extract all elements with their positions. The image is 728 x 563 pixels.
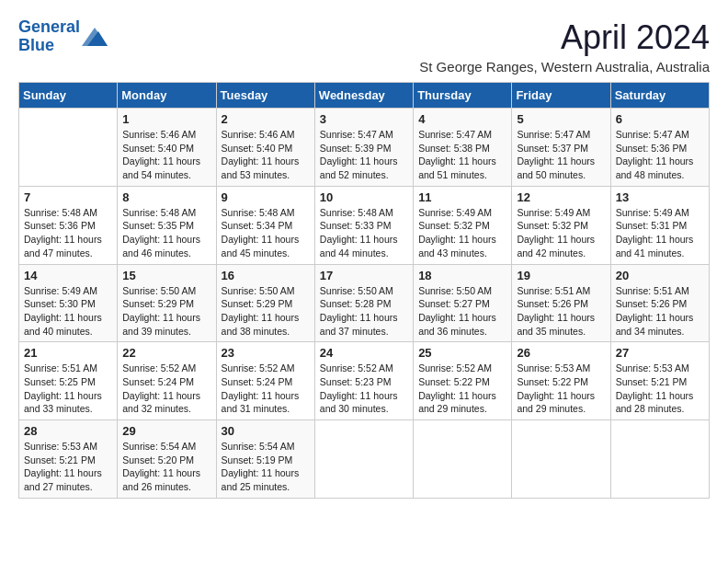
day-info: Sunrise: 5:52 AM Sunset: 5:24 PM Dayligh…	[122, 362, 210, 416]
day-info: Sunrise: 5:52 AM Sunset: 5:22 PM Dayligh…	[418, 362, 506, 416]
day-info: Sunrise: 5:46 AM Sunset: 5:40 PM Dayligh…	[222, 128, 310, 182]
day-info: Sunrise: 5:47 AM Sunset: 5:37 PM Dayligh…	[517, 128, 605, 182]
logo: GeneralBlue	[18, 18, 108, 55]
day-info: Sunrise: 5:46 AM Sunset: 5:40 PM Dayligh…	[122, 128, 210, 182]
calendar-cell: 27Sunrise: 5:53 AM Sunset: 5:21 PM Dayli…	[610, 342, 709, 420]
calendar-cell: 17Sunrise: 5:50 AM Sunset: 5:28 PM Dayli…	[314, 264, 413, 342]
page-header: GeneralBlue April 2024 St George Ranges,…	[18, 18, 710, 75]
calendar-cell: 9Sunrise: 5:48 AM Sunset: 5:34 PM Daylig…	[216, 186, 314, 264]
calendar-cell: 29Sunrise: 5:54 AM Sunset: 5:20 PM Dayli…	[118, 420, 216, 499]
day-number: 10	[320, 190, 408, 204]
day-info: Sunrise: 5:48 AM Sunset: 5:35 PM Dayligh…	[122, 206, 210, 260]
day-number: 29	[122, 424, 210, 438]
calendar-cell: 11Sunrise: 5:49 AM Sunset: 5:32 PM Dayli…	[414, 186, 512, 264]
day-info: Sunrise: 5:52 AM Sunset: 5:24 PM Dayligh…	[222, 362, 310, 416]
calendar-title: April 2024	[419, 18, 710, 57]
day-number: 13	[616, 190, 704, 204]
calendar-cell: 5Sunrise: 5:47 AM Sunset: 5:37 PM Daylig…	[512, 109, 610, 187]
column-header-sunday: Sunday	[19, 83, 118, 109]
column-header-friday: Friday	[512, 83, 610, 109]
day-number: 20	[616, 269, 704, 282]
calendar-cell: 15Sunrise: 5:50 AM Sunset: 5:29 PM Dayli…	[118, 264, 216, 342]
calendar-cell: 12Sunrise: 5:49 AM Sunset: 5:32 PM Dayli…	[512, 186, 610, 264]
day-info: Sunrise: 5:47 AM Sunset: 5:38 PM Dayligh…	[418, 128, 506, 182]
day-number: 3	[320, 112, 408, 126]
day-info: Sunrise: 5:54 AM Sunset: 5:20 PM Dayligh…	[122, 440, 210, 494]
week-row-4: 21Sunrise: 5:51 AM Sunset: 5:25 PM Dayli…	[19, 342, 710, 420]
calendar-cell	[610, 420, 709, 499]
calendar-subtitle: St George Ranges, Western Australia, Aus…	[419, 59, 710, 75]
column-header-wednesday: Wednesday	[314, 83, 413, 109]
column-header-saturday: Saturday	[610, 83, 709, 109]
day-number: 27	[616, 346, 704, 360]
day-number: 14	[24, 269, 112, 282]
week-row-5: 28Sunrise: 5:53 AM Sunset: 5:21 PM Dayli…	[19, 420, 710, 499]
calendar-table: SundayMondayTuesdayWednesdayThursdayFrid…	[18, 82, 710, 499]
day-info: Sunrise: 5:53 AM Sunset: 5:21 PM Dayligh…	[616, 362, 704, 416]
calendar-cell: 8Sunrise: 5:48 AM Sunset: 5:35 PM Daylig…	[118, 186, 216, 264]
calendar-cell	[314, 420, 413, 499]
day-number: 1	[122, 112, 210, 126]
day-number: 9	[222, 190, 310, 204]
day-info: Sunrise: 5:47 AM Sunset: 5:36 PM Dayligh…	[616, 128, 704, 182]
calendar-cell: 14Sunrise: 5:49 AM Sunset: 5:30 PM Dayli…	[19, 264, 118, 342]
calendar-cell: 21Sunrise: 5:51 AM Sunset: 5:25 PM Dayli…	[19, 342, 118, 420]
day-info: Sunrise: 5:50 AM Sunset: 5:28 PM Dayligh…	[320, 284, 408, 339]
calendar-cell: 4Sunrise: 5:47 AM Sunset: 5:38 PM Daylig…	[414, 109, 512, 187]
day-info: Sunrise: 5:50 AM Sunset: 5:29 PM Dayligh…	[222, 284, 310, 339]
day-info: Sunrise: 5:48 AM Sunset: 5:34 PM Dayligh…	[222, 206, 310, 260]
day-info: Sunrise: 5:52 AM Sunset: 5:23 PM Dayligh…	[320, 362, 408, 416]
week-row-2: 7Sunrise: 5:48 AM Sunset: 5:36 PM Daylig…	[19, 186, 710, 264]
day-number: 11	[418, 190, 506, 204]
calendar-cell: 20Sunrise: 5:51 AM Sunset: 5:26 PM Dayli…	[610, 264, 709, 342]
calendar-cell: 6Sunrise: 5:47 AM Sunset: 5:36 PM Daylig…	[610, 109, 709, 187]
day-number: 2	[222, 112, 310, 126]
calendar-cell: 18Sunrise: 5:50 AM Sunset: 5:27 PM Dayli…	[414, 264, 512, 342]
day-info: Sunrise: 5:48 AM Sunset: 5:36 PM Dayligh…	[24, 206, 112, 260]
calendar-cell: 30Sunrise: 5:54 AM Sunset: 5:19 PM Dayli…	[216, 420, 314, 499]
column-header-tuesday: Tuesday	[216, 83, 314, 109]
calendar-cell: 10Sunrise: 5:48 AM Sunset: 5:33 PM Dayli…	[314, 186, 413, 264]
day-number: 12	[517, 190, 605, 204]
calendar-cell: 25Sunrise: 5:52 AM Sunset: 5:22 PM Dayli…	[414, 342, 512, 420]
calendar-cell: 1Sunrise: 5:46 AM Sunset: 5:40 PM Daylig…	[118, 109, 216, 187]
day-number: 30	[222, 424, 310, 438]
column-header-monday: Monday	[118, 83, 216, 109]
calendar-cell: 16Sunrise: 5:50 AM Sunset: 5:29 PM Dayli…	[216, 264, 314, 342]
day-number: 4	[418, 112, 506, 126]
day-number: 15	[122, 269, 210, 282]
day-info: Sunrise: 5:53 AM Sunset: 5:22 PM Dayligh…	[517, 362, 605, 416]
day-info: Sunrise: 5:54 AM Sunset: 5:19 PM Dayligh…	[222, 440, 310, 494]
day-number: 22	[122, 346, 210, 360]
day-number: 28	[24, 424, 112, 438]
day-number: 6	[616, 112, 704, 126]
day-info: Sunrise: 5:49 AM Sunset: 5:32 PM Dayligh…	[418, 206, 506, 260]
calendar-header-row: SundayMondayTuesdayWednesdayThursdayFrid…	[19, 83, 710, 109]
day-info: Sunrise: 5:51 AM Sunset: 5:25 PM Dayligh…	[24, 362, 112, 416]
calendar-cell	[19, 109, 118, 187]
day-info: Sunrise: 5:50 AM Sunset: 5:27 PM Dayligh…	[418, 284, 506, 339]
day-number: 8	[122, 190, 210, 204]
calendar-cell: 23Sunrise: 5:52 AM Sunset: 5:24 PM Dayli…	[216, 342, 314, 420]
day-info: Sunrise: 5:50 AM Sunset: 5:29 PM Dayligh…	[122, 284, 210, 339]
calendar-cell: 3Sunrise: 5:47 AM Sunset: 5:39 PM Daylig…	[314, 109, 413, 187]
calendar-cell: 7Sunrise: 5:48 AM Sunset: 5:36 PM Daylig…	[19, 186, 118, 264]
day-number: 19	[517, 269, 605, 282]
calendar-cell: 13Sunrise: 5:49 AM Sunset: 5:31 PM Dayli…	[610, 186, 709, 264]
calendar-cell: 22Sunrise: 5:52 AM Sunset: 5:24 PM Dayli…	[118, 342, 216, 420]
calendar-cell: 19Sunrise: 5:51 AM Sunset: 5:26 PM Dayli…	[512, 264, 610, 342]
day-number: 25	[418, 346, 506, 360]
day-number: 18	[418, 269, 506, 282]
day-info: Sunrise: 5:49 AM Sunset: 5:30 PM Dayligh…	[24, 284, 112, 339]
calendar-cell: 26Sunrise: 5:53 AM Sunset: 5:22 PM Dayli…	[512, 342, 610, 420]
day-info: Sunrise: 5:47 AM Sunset: 5:39 PM Dayligh…	[320, 128, 408, 182]
day-info: Sunrise: 5:51 AM Sunset: 5:26 PM Dayligh…	[517, 284, 605, 339]
day-number: 26	[517, 346, 605, 360]
day-number: 7	[24, 190, 112, 204]
title-block: April 2024 St George Ranges, Western Aus…	[419, 18, 710, 75]
day-number: 16	[222, 269, 310, 282]
day-info: Sunrise: 5:53 AM Sunset: 5:21 PM Dayligh…	[24, 440, 112, 494]
day-number: 5	[517, 112, 605, 126]
calendar-cell	[512, 420, 610, 499]
column-header-thursday: Thursday	[414, 83, 512, 109]
